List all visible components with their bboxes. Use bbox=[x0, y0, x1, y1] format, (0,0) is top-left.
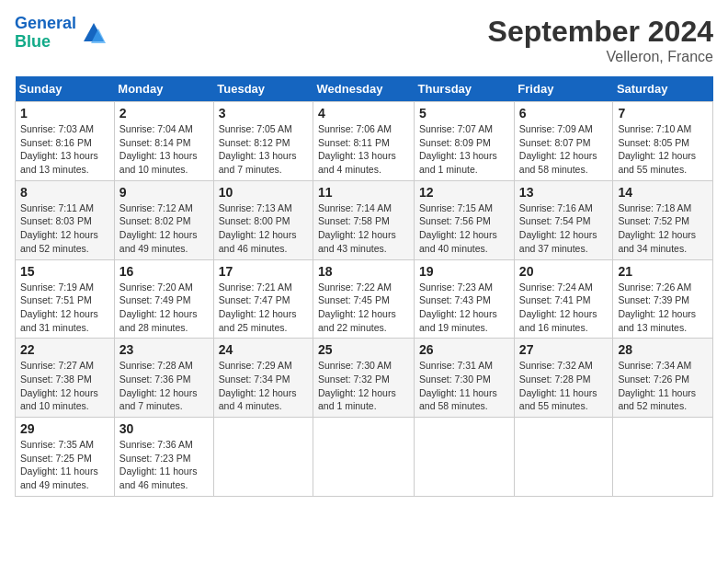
day-number: 24 bbox=[219, 342, 308, 357]
day-number: 16 bbox=[119, 264, 209, 279]
calendar-cell: 5Sunrise: 7:07 AM Sunset: 8:09 PM Daylig… bbox=[415, 102, 515, 181]
day-header-wednesday: Wednesday bbox=[313, 76, 415, 102]
logo-text: GeneralBlue bbox=[15, 15, 76, 52]
day-info: Sunrise: 7:13 AM Sunset: 8:00 PM Dayligh… bbox=[219, 201, 308, 256]
day-number: 9 bbox=[119, 185, 209, 200]
day-number: 27 bbox=[519, 342, 609, 357]
day-number: 14 bbox=[618, 185, 708, 200]
calendar-cell bbox=[213, 418, 313, 497]
calendar-cell: 29Sunrise: 7:35 AM Sunset: 7:25 PM Dayli… bbox=[16, 418, 115, 497]
calendar-cell: 20Sunrise: 7:24 AM Sunset: 7:41 PM Dayli… bbox=[514, 259, 613, 339]
day-info: Sunrise: 7:16 AM Sunset: 7:54 PM Dayligh… bbox=[519, 201, 609, 256]
day-info: Sunrise: 7:24 AM Sunset: 7:41 PM Dayligh… bbox=[519, 281, 609, 335]
day-info: Sunrise: 7:06 AM Sunset: 8:11 PM Dayligh… bbox=[318, 122, 409, 177]
calendar-cell: 4Sunrise: 7:06 AM Sunset: 8:11 PM Daylig… bbox=[313, 102, 415, 181]
calendar-cell: 18Sunrise: 7:22 AM Sunset: 7:45 PM Dayli… bbox=[313, 259, 415, 339]
day-number: 13 bbox=[519, 185, 609, 200]
day-info: Sunrise: 7:15 AM Sunset: 7:56 PM Dayligh… bbox=[419, 201, 509, 256]
day-info: Sunrise: 7:18 AM Sunset: 7:52 PM Dayligh… bbox=[618, 201, 708, 256]
calendar-cell: 6Sunrise: 7:09 AM Sunset: 8:07 PM Daylig… bbox=[514, 102, 613, 181]
day-info: Sunrise: 7:30 AM Sunset: 7:32 PM Dayligh… bbox=[318, 359, 409, 413]
calendar-cell: 25Sunrise: 7:30 AM Sunset: 7:32 PM Dayli… bbox=[313, 339, 415, 418]
day-number: 19 bbox=[419, 264, 509, 279]
title-block: September 2024 Velleron, France bbox=[488, 15, 713, 65]
day-info: Sunrise: 7:11 AM Sunset: 8:03 PM Dayligh… bbox=[20, 201, 109, 256]
day-header-thursday: Thursday bbox=[415, 76, 515, 102]
day-header-friday: Friday bbox=[514, 76, 613, 102]
day-number: 6 bbox=[519, 106, 609, 121]
day-info: Sunrise: 7:26 AM Sunset: 7:39 PM Dayligh… bbox=[618, 281, 708, 335]
calendar-cell bbox=[415, 418, 515, 497]
day-header-monday: Monday bbox=[114, 76, 213, 102]
calendar-cell bbox=[613, 418, 713, 497]
day-info: Sunrise: 7:03 AM Sunset: 8:16 PM Dayligh… bbox=[20, 122, 109, 177]
day-header-saturday: Saturday bbox=[613, 76, 713, 102]
day-info: Sunrise: 7:20 AM Sunset: 7:49 PM Dayligh… bbox=[119, 281, 209, 335]
calendar-week-row: 22Sunrise: 7:27 AM Sunset: 7:38 PM Dayli… bbox=[16, 339, 713, 418]
calendar-cell: 11Sunrise: 7:14 AM Sunset: 7:58 PM Dayli… bbox=[313, 180, 415, 259]
calendar-cell: 22Sunrise: 7:27 AM Sunset: 7:38 PM Dayli… bbox=[16, 339, 115, 418]
calendar-cell: 13Sunrise: 7:16 AM Sunset: 7:54 PM Dayli… bbox=[514, 180, 613, 259]
day-info: Sunrise: 7:34 AM Sunset: 7:26 PM Dayligh… bbox=[618, 359, 708, 413]
calendar-cell: 2Sunrise: 7:04 AM Sunset: 8:14 PM Daylig… bbox=[114, 102, 213, 181]
calendar-cell: 12Sunrise: 7:15 AM Sunset: 7:56 PM Dayli… bbox=[415, 180, 515, 259]
calendar-cell: 24Sunrise: 7:29 AM Sunset: 7:34 PM Dayli… bbox=[213, 339, 313, 418]
logo-icon bbox=[80, 19, 108, 47]
day-info: Sunrise: 7:35 AM Sunset: 7:25 PM Dayligh… bbox=[20, 438, 109, 492]
calendar-cell: 16Sunrise: 7:20 AM Sunset: 7:49 PM Dayli… bbox=[114, 259, 213, 339]
day-number: 26 bbox=[419, 342, 509, 357]
day-info: Sunrise: 7:05 AM Sunset: 8:12 PM Dayligh… bbox=[219, 122, 308, 177]
month-title: September 2024 bbox=[488, 15, 713, 49]
calendar-cell: 15Sunrise: 7:19 AM Sunset: 7:51 PM Dayli… bbox=[16, 259, 115, 339]
day-info: Sunrise: 7:27 AM Sunset: 7:38 PM Dayligh… bbox=[20, 359, 109, 413]
day-number: 20 bbox=[519, 264, 609, 279]
calendar-cell: 28Sunrise: 7:34 AM Sunset: 7:26 PM Dayli… bbox=[613, 339, 713, 418]
day-number: 29 bbox=[20, 421, 109, 436]
day-number: 2 bbox=[119, 106, 209, 121]
day-number: 21 bbox=[618, 264, 708, 279]
day-info: Sunrise: 7:09 AM Sunset: 8:07 PM Dayligh… bbox=[519, 122, 609, 177]
calendar-cell: 9Sunrise: 7:12 AM Sunset: 8:02 PM Daylig… bbox=[114, 180, 213, 259]
calendar-cell: 23Sunrise: 7:28 AM Sunset: 7:36 PM Dayli… bbox=[114, 339, 213, 418]
day-info: Sunrise: 7:21 AM Sunset: 7:47 PM Dayligh… bbox=[219, 281, 308, 335]
calendar-week-row: 15Sunrise: 7:19 AM Sunset: 7:51 PM Dayli… bbox=[16, 259, 713, 339]
day-number: 12 bbox=[419, 185, 509, 200]
calendar-cell: 10Sunrise: 7:13 AM Sunset: 8:00 PM Dayli… bbox=[213, 180, 313, 259]
calendar-cell: 17Sunrise: 7:21 AM Sunset: 7:47 PM Dayli… bbox=[213, 259, 313, 339]
day-info: Sunrise: 7:29 AM Sunset: 7:34 PM Dayligh… bbox=[219, 359, 308, 413]
day-info: Sunrise: 7:12 AM Sunset: 8:02 PM Dayligh… bbox=[119, 201, 209, 256]
page-header: GeneralBlue September 2024 Velleron, Fra… bbox=[15, 15, 713, 65]
day-number: 4 bbox=[318, 106, 409, 121]
calendar-header-row: SundayMondayTuesdayWednesdayThursdayFrid… bbox=[16, 76, 713, 102]
calendar-cell bbox=[313, 418, 415, 497]
day-info: Sunrise: 7:10 AM Sunset: 8:05 PM Dayligh… bbox=[618, 122, 708, 177]
day-number: 22 bbox=[20, 342, 109, 357]
day-info: Sunrise: 7:36 AM Sunset: 7:23 PM Dayligh… bbox=[119, 438, 209, 492]
calendar-body: 1Sunrise: 7:03 AM Sunset: 8:16 PM Daylig… bbox=[16, 102, 713, 497]
day-info: Sunrise: 7:23 AM Sunset: 7:43 PM Dayligh… bbox=[419, 281, 509, 335]
day-info: Sunrise: 7:31 AM Sunset: 7:30 PM Dayligh… bbox=[419, 359, 509, 413]
calendar-cell: 1Sunrise: 7:03 AM Sunset: 8:16 PM Daylig… bbox=[16, 102, 115, 181]
calendar-table: SundayMondayTuesdayWednesdayThursdayFrid… bbox=[15, 76, 713, 497]
day-info: Sunrise: 7:28 AM Sunset: 7:36 PM Dayligh… bbox=[119, 359, 209, 413]
day-number: 1 bbox=[20, 106, 109, 121]
day-number: 18 bbox=[318, 264, 409, 279]
day-info: Sunrise: 7:04 AM Sunset: 8:14 PM Dayligh… bbox=[119, 122, 209, 177]
day-number: 30 bbox=[119, 421, 209, 436]
calendar-cell: 21Sunrise: 7:26 AM Sunset: 7:39 PM Dayli… bbox=[613, 259, 713, 339]
calendar-cell: 8Sunrise: 7:11 AM Sunset: 8:03 PM Daylig… bbox=[16, 180, 115, 259]
logo: GeneralBlue bbox=[15, 15, 108, 52]
day-number: 25 bbox=[318, 342, 409, 357]
day-number: 7 bbox=[618, 106, 708, 121]
calendar-cell: 27Sunrise: 7:32 AM Sunset: 7:28 PM Dayli… bbox=[514, 339, 613, 418]
day-number: 23 bbox=[119, 342, 209, 357]
calendar-cell: 30Sunrise: 7:36 AM Sunset: 7:23 PM Dayli… bbox=[114, 418, 213, 497]
day-number: 15 bbox=[20, 264, 109, 279]
day-number: 11 bbox=[318, 185, 409, 200]
calendar-cell bbox=[514, 418, 613, 497]
day-info: Sunrise: 7:07 AM Sunset: 8:09 PM Dayligh… bbox=[419, 122, 509, 177]
day-number: 28 bbox=[618, 342, 708, 357]
calendar-week-row: 29Sunrise: 7:35 AM Sunset: 7:25 PM Dayli… bbox=[16, 418, 713, 497]
day-info: Sunrise: 7:14 AM Sunset: 7:58 PM Dayligh… bbox=[318, 201, 409, 256]
day-number: 10 bbox=[219, 185, 308, 200]
